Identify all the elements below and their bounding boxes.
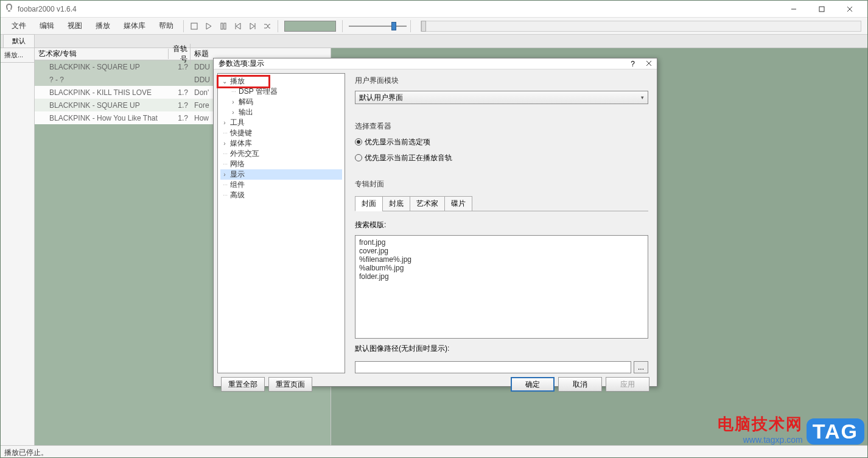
watermark: 电脑技术网 www.tagxp.com TAG [718, 414, 864, 445]
tree-leaf-icon: ⋯ [220, 130, 229, 136]
maximize-button[interactable] [808, 1, 836, 18]
close-button[interactable] [836, 1, 864, 18]
tree-leaf-icon: ⋯ [220, 192, 229, 198]
tree-decode[interactable]: ›解码 [220, 97, 342, 107]
menu-edit[interactable]: 编辑 [33, 18, 60, 33]
volume-slider[interactable] [349, 21, 407, 32]
ok-button[interactable]: 确定 [511, 377, 555, 392]
tree-hotkeys[interactable]: ⋯快捷键 [220, 128, 342, 138]
tree-dsp[interactable]: ⋯DSP 管理器 [220, 86, 342, 97]
ui-module-label: 用户界面模块 [355, 76, 648, 86]
search-template-label: 搜索模版: [355, 220, 648, 230]
dialog-titlebar: 参数选项:显示 ? [214, 58, 657, 69]
chevron-right-icon[interactable]: › [229, 109, 237, 116]
prev-button[interactable] [231, 19, 245, 33]
app-icon [4, 3, 14, 15]
play-button[interactable] [202, 19, 215, 33]
playlist-tabbar: 默认 [1, 35, 867, 48]
menu-view[interactable]: 视图 [61, 18, 88, 33]
menu-library[interactable]: 媒体库 [117, 18, 152, 33]
titlebar: foobar2000 v1.6.4 [1, 1, 867, 18]
album-art-label: 专辑封面 [355, 179, 648, 189]
progress-indicator [284, 21, 336, 32]
svg-rect-4 [191, 23, 197, 29]
tree-leaf-icon: ⋯ [220, 161, 229, 167]
chevron-down-icon[interactable]: ⌄ [220, 78, 229, 85]
radio-icon [355, 154, 362, 161]
menu-help[interactable]: 帮助 [153, 18, 180, 33]
status-text: 播放已停止。 [4, 448, 48, 457]
chevron-right-icon[interactable]: › [220, 119, 229, 126]
radio-prefer-playing[interactable]: 优先显示当前正在播放音轨 [355, 152, 648, 163]
dialog-title: 参数选项:显示 [219, 58, 264, 69]
svg-rect-1 [819, 7, 824, 12]
cancel-button[interactable]: 取消 [558, 377, 602, 392]
pause-button[interactable] [217, 19, 230, 33]
window-title: foobar2000 v1.6.4 [18, 5, 77, 13]
tab-artist[interactable]: 艺术家 [410, 196, 445, 211]
dialog-close-button[interactable] [646, 60, 652, 68]
tab-back[interactable]: 封底 [382, 196, 410, 211]
preferences-dialog: 参数选项:显示 ? ⌄播放 ⋯DSP 管理器 ›解码 ›输出 ›工具 ⋯快捷键 … [213, 58, 657, 387]
reset-page-button[interactable]: 重置页面 [268, 377, 312, 392]
watermark-tag: TAG [807, 418, 864, 445]
search-template-textarea[interactable] [355, 235, 648, 339]
tab-front[interactable]: 封面 [355, 196, 383, 211]
chevron-right-icon[interactable]: › [220, 140, 229, 147]
tree-components[interactable]: ⋯组件 [220, 180, 342, 190]
default-path-label: 默认图像路径(无封面时显示): [355, 344, 648, 354]
minimize-button[interactable] [780, 1, 808, 18]
seek-bar[interactable] [421, 21, 861, 32]
sidebar-header[interactable]: 播放... [1, 48, 34, 63]
random-button[interactable] [261, 19, 274, 33]
browse-button[interactable]: ... [634, 361, 648, 373]
menu-playback[interactable]: 播放 [89, 18, 116, 33]
tree-output[interactable]: ›输出 [220, 107, 342, 118]
tree-playback[interactable]: ⌄播放 [220, 76, 342, 86]
tree-advanced[interactable]: ⋯高级 [220, 190, 342, 200]
chevron-right-icon[interactable]: › [229, 99, 237, 105]
help-button[interactable]: ? [631, 60, 635, 68]
tree-shell[interactable]: ⋯外壳交互 [220, 149, 342, 159]
preferences-page: 用户界面模块 默认用户界面 ▾ 选择查看器 优先显示当前选定项 优先显示当前正在… [345, 69, 657, 377]
status-bar: 播放已停止。 [1, 445, 867, 457]
menu-file[interactable]: 文件 [5, 18, 32, 33]
radio-icon [355, 138, 362, 146]
tab-default[interactable]: 默认 [3, 34, 35, 48]
tree-network[interactable]: ⋯网络 [220, 159, 342, 169]
dialog-footer: 重置全部 重置页面 确定 取消 应用 [214, 377, 657, 392]
album-art-tabs: 封面 封底 艺术家 碟片 [355, 196, 648, 211]
viewer-label: 选择查看器 [355, 121, 648, 132]
tree-display[interactable]: ›显示 [220, 169, 342, 180]
tree-tools[interactable]: ›工具 [220, 118, 342, 128]
radio-prefer-selection[interactable]: 优先显示当前选定项 [355, 136, 648, 147]
preferences-tree[interactable]: ⌄播放 ⋯DSP 管理器 ›解码 ›输出 ›工具 ⋯快捷键 ›媒体库 ⋯外壳交互… [217, 73, 345, 373]
default-path-input[interactable] [355, 361, 631, 373]
next-button[interactable] [246, 19, 259, 33]
ui-module-dropdown[interactable]: 默认用户界面 ▾ [355, 91, 648, 104]
apply-button[interactable]: 应用 [606, 377, 649, 392]
menubar: 文件 编辑 视图 播放 媒体库 帮助 [1, 18, 867, 35]
svg-rect-6 [224, 23, 226, 29]
watermark-url: www.tagxp.com [718, 435, 803, 445]
tree-leaf-icon: ⋯ [220, 182, 229, 188]
reset-all-button[interactable]: 重置全部 [221, 377, 265, 392]
tree-leaf-icon: ⋯ [229, 89, 237, 94]
chevron-right-icon[interactable]: › [220, 171, 229, 178]
col-artist[interactable]: 艺术家/专辑 [35, 49, 169, 59]
tree-leaf-icon: ⋯ [220, 151, 229, 157]
svg-rect-5 [221, 23, 223, 29]
col-track[interactable]: 音轨号 [169, 44, 191, 65]
dropdown-arrow-icon: ▾ [641, 94, 644, 100]
tab-disc[interactable]: 碟片 [444, 196, 472, 211]
sidebar: 播放... [1, 48, 35, 445]
stop-button[interactable] [187, 19, 201, 33]
watermark-title: 电脑技术网 [718, 414, 803, 435]
tree-library[interactable]: ›媒体库 [220, 138, 342, 149]
